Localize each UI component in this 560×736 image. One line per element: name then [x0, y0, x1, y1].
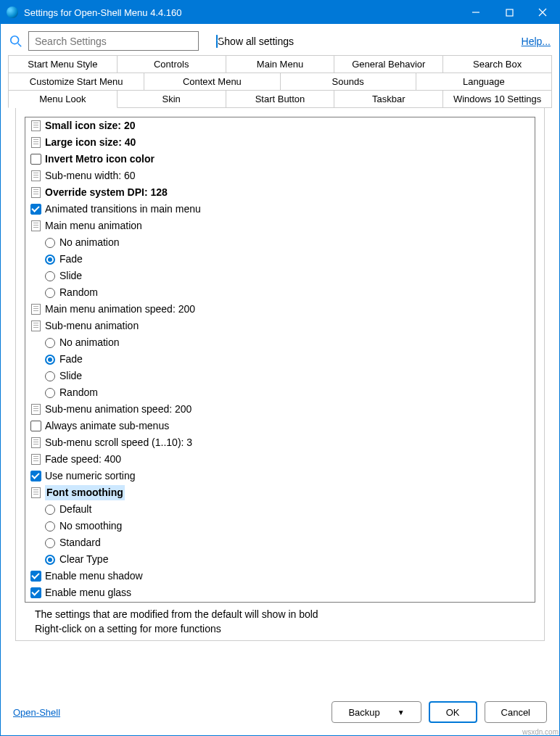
setting-row[interactable]: Clear Type — [25, 551, 535, 568]
setting-row[interactable]: Font smoothing — [25, 484, 535, 501]
setting-row[interactable]: Sub-menu scroll speed (1..10): 3 — [25, 434, 535, 451]
setting-row[interactable]: Fade — [25, 251, 535, 268]
setting-label: Default — [59, 502, 91, 517]
setting-row[interactable]: No animation — [25, 334, 535, 351]
watermark: wsxdn.com — [522, 728, 559, 736]
setting-row[interactable]: Enable menu shadow — [25, 568, 535, 584]
help-link[interactable]: Help... — [522, 36, 551, 47]
setting-row[interactable]: Use numeric sorting — [25, 468, 535, 484]
setting-row[interactable]: Random — [25, 384, 535, 401]
close-button[interactable] — [526, 1, 559, 24]
radio-icon — [45, 338, 55, 348]
radio-icon — [45, 538, 55, 548]
tab-general-behavior[interactable]: General Behavior — [334, 55, 443, 73]
maximize-button[interactable] — [493, 1, 526, 24]
tab-customize-start-menu[interactable]: Customize Start Menu — [8, 73, 144, 91]
setting-row[interactable]: Fade — [25, 351, 535, 368]
radio-icon — [45, 521, 55, 532]
open-shell-link[interactable]: Open-Shell — [13, 707, 60, 718]
page-icon — [31, 120, 41, 131]
setting-row[interactable]: Main menu animation — [25, 218, 535, 234]
page-icon — [31, 487, 41, 498]
setting-label: Random — [59, 285, 98, 300]
checkbox-icon — [30, 571, 41, 582]
cancel-button[interactable]: Cancel — [485, 701, 547, 723]
tab-sounds[interactable]: Sounds — [281, 73, 416, 91]
tab-start-menu-style[interactable]: Start Menu Style — [8, 55, 118, 73]
radio-icon — [45, 271, 55, 281]
page-icon — [31, 321, 41, 331]
setting-row[interactable]: Always animate sub-menus — [25, 418, 535, 434]
page-icon — [31, 304, 41, 315]
setting-label: Fade — [59, 252, 83, 267]
setting-row[interactable]: Slide — [25, 268, 535, 284]
setting-row[interactable]: Enable menu glass — [25, 584, 535, 601]
setting-row[interactable]: Main menu animation speed: 200 — [25, 301, 535, 318]
setting-label: Override system DPI: 128 — [45, 185, 168, 200]
radio-icon — [45, 255, 55, 265]
show-all-label: Show all settings — [218, 36, 294, 47]
setting-label: Enable menu shadow — [45, 568, 143, 584]
setting-row[interactable]: Large icon size: 40 — [25, 134, 535, 151]
tab-language[interactable]: Language — [416, 73, 552, 91]
page-icon — [31, 187, 41, 198]
radio-icon — [45, 238, 55, 248]
page-icon — [31, 137, 41, 148]
setting-row[interactable]: Fade speed: 400 — [25, 451, 535, 468]
settings-panel[interactable]: Small icon size: 20Large icon size: 40In… — [25, 117, 535, 603]
setting-row[interactable]: Invert Metro icon color — [25, 151, 535, 168]
close-icon — [538, 8, 547, 17]
checkbox-icon — [30, 471, 41, 481]
setting-row[interactable]: Sub-menu animation speed: 200 — [25, 401, 535, 418]
tab-context-menu[interactable]: Context Menu — [144, 73, 280, 91]
setting-row[interactable]: No smoothing — [25, 518, 535, 534]
setting-label: Fade — [59, 352, 83, 367]
titlebar: Settings for Open-Shell Menu 4.4.160 — [1, 1, 559, 24]
maximize-icon — [506, 9, 514, 17]
minimize-button[interactable] — [459, 1, 493, 24]
setting-label: Use numeric sorting — [45, 468, 136, 484]
page-icon — [31, 437, 41, 448]
setting-row[interactable]: Override glass color — [25, 601, 535, 603]
setting-label: Clear Type — [59, 552, 108, 567]
setting-row[interactable]: Slide — [25, 368, 535, 384]
setting-row[interactable]: Small icon size: 20 — [25, 117, 535, 134]
checkbox-icon — [216, 35, 218, 48]
app-icon — [7, 7, 18, 18]
tab-main-menu[interactable]: Main Menu — [226, 55, 335, 73]
setting-row[interactable]: No animation — [25, 234, 535, 251]
tab-search-box[interactable]: Search Box — [443, 55, 552, 73]
hint-line-2: Right-click on a setting for more functi… — [35, 621, 525, 636]
search-input[interactable] — [28, 31, 199, 51]
setting-row[interactable]: Override system DPI: 128 — [25, 184, 535, 201]
setting-row[interactable]: Random — [25, 284, 535, 301]
setting-label: Fade speed: 400 — [45, 452, 121, 467]
setting-label: Sub-menu animation — [45, 318, 139, 334]
ok-button[interactable]: OK — [429, 701, 477, 723]
setting-label: Slide — [59, 368, 82, 384]
setting-label: Small icon size: 20 — [45, 118, 136, 133]
show-all-settings[interactable]: Show all settings — [216, 36, 294, 47]
tab-taskbar[interactable]: Taskbar — [334, 91, 443, 108]
setting-label: Override glass color — [45, 602, 143, 603]
radio-icon — [45, 388, 55, 398]
tab-start-button[interactable]: Start Button — [226, 91, 335, 108]
tab-windows-10-settings[interactable]: Windows 10 Settings — [443, 91, 552, 108]
tab-menu-look[interactable]: Menu Look — [8, 91, 118, 108]
setting-label: Animated transitions in main menu — [45, 202, 201, 217]
setting-row[interactable]: Standard — [25, 534, 535, 551]
radio-icon — [45, 371, 55, 381]
page-icon — [31, 220, 41, 231]
setting-label: Font smoothing — [45, 485, 125, 500]
tab-skin[interactable]: Skin — [118, 91, 226, 108]
setting-label: Invert Metro icon color — [45, 152, 155, 167]
setting-label: Sub-menu scroll speed (1..10): 3 — [45, 435, 192, 450]
setting-row[interactable]: Animated transitions in main menu — [25, 201, 535, 218]
setting-row[interactable]: Sub-menu animation — [25, 318, 535, 334]
radio-icon — [45, 555, 55, 565]
backup-button[interactable]: Backup▼ — [332, 701, 421, 723]
setting-row[interactable]: Sub-menu width: 60 — [25, 168, 535, 184]
setting-row[interactable]: Default — [25, 501, 535, 518]
svg-rect-1 — [506, 9, 513, 16]
tab-controls[interactable]: Controls — [118, 55, 226, 73]
